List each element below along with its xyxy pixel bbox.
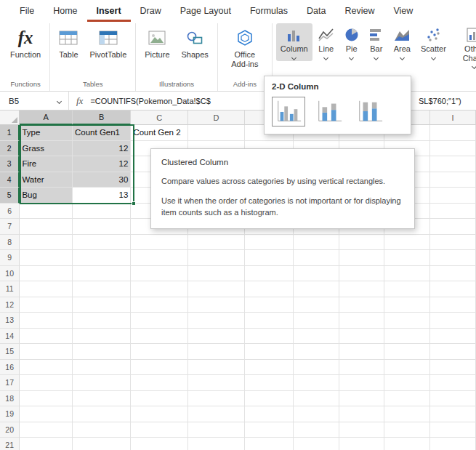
- tab-formulas[interactable]: Formulas: [241, 0, 297, 22]
- cell-I10[interactable]: [430, 266, 476, 282]
- cell-H9[interactable]: [384, 250, 430, 266]
- tab-review[interactable]: Review: [335, 0, 384, 22]
- cell-B21[interactable]: [73, 438, 131, 450]
- row-header-5[interactable]: 5: [0, 188, 20, 204]
- column-header-A[interactable]: A: [20, 111, 73, 125]
- row-header-8[interactable]: 8: [0, 235, 20, 251]
- cell-H18[interactable]: [384, 391, 430, 407]
- cell-F18[interactable]: [294, 391, 339, 407]
- cell-F20[interactable]: [294, 422, 339, 438]
- cell-G11[interactable]: [339, 281, 385, 297]
- row-header-11[interactable]: 11: [0, 281, 20, 297]
- cell-D13[interactable]: [188, 313, 245, 329]
- cell-B15[interactable]: [73, 344, 131, 360]
- row-header-20[interactable]: 20: [0, 422, 20, 438]
- cell-A13[interactable]: [20, 313, 73, 329]
- cell-D21[interactable]: [188, 438, 245, 450]
- cell-G13[interactable]: [339, 313, 385, 329]
- row-header-3[interactable]: 3: [0, 156, 20, 172]
- cell-I1[interactable]: [430, 125, 476, 141]
- tab-home[interactable]: Home: [44, 0, 86, 22]
- cell-H8[interactable]: [384, 235, 430, 251]
- cell-I8[interactable]: [430, 235, 476, 251]
- cell-D17[interactable]: [188, 375, 245, 391]
- row-header-19[interactable]: 19: [0, 406, 20, 422]
- cell-C19[interactable]: [131, 406, 187, 422]
- pie-chart-button[interactable]: Pie: [340, 23, 363, 61]
- name-box[interactable]: B5: [0, 92, 69, 110]
- cell-B13[interactable]: [73, 313, 131, 329]
- cell-G12[interactable]: [339, 297, 385, 313]
- row-header-2[interactable]: 2: [0, 141, 20, 157]
- cell-B6[interactable]: [73, 204, 131, 220]
- cell-G17[interactable]: [339, 375, 385, 391]
- cell-C10[interactable]: [131, 266, 187, 282]
- cell-A16[interactable]: [20, 360, 73, 376]
- cell-I13[interactable]: [430, 313, 476, 329]
- cell-I15[interactable]: [430, 344, 476, 360]
- other-charts-button[interactable]: Other Charts: [452, 23, 476, 70]
- column-header-D[interactable]: D: [188, 111, 245, 125]
- cell-I4[interactable]: [430, 172, 476, 188]
- cell-C1[interactable]: Count Gen 2: [131, 125, 187, 141]
- tab-file[interactable]: File: [10, 0, 44, 22]
- cell-C13[interactable]: [131, 313, 187, 329]
- row-header-13[interactable]: 13: [0, 313, 20, 329]
- cell-H15[interactable]: [384, 344, 430, 360]
- cell-A10[interactable]: [20, 266, 73, 282]
- cell-A17[interactable]: [20, 375, 73, 391]
- cell-A6[interactable]: [20, 204, 73, 220]
- cell-D11[interactable]: [188, 281, 245, 297]
- cell-A8[interactable]: [20, 235, 73, 251]
- column-header-I[interactable]: I: [430, 111, 476, 125]
- area-chart-button[interactable]: Area: [390, 23, 415, 61]
- cell-F17[interactable]: [294, 375, 339, 391]
- cell-B19[interactable]: [73, 406, 131, 422]
- cell-I12[interactable]: [430, 297, 476, 313]
- row-header-18[interactable]: 18: [0, 391, 20, 407]
- cell-E14[interactable]: [245, 329, 294, 345]
- row-header-14[interactable]: 14: [0, 329, 20, 345]
- tab-insert[interactable]: Insert: [87, 0, 131, 22]
- cell-F14[interactable]: [294, 329, 339, 345]
- cell-I3[interactable]: [430, 156, 476, 172]
- cell-A20[interactable]: [20, 422, 73, 438]
- cell-E21[interactable]: [245, 438, 294, 450]
- cell-B2[interactable]: 12: [73, 141, 131, 157]
- cell-G20[interactable]: [339, 422, 385, 438]
- picture-button[interactable]: Picture: [140, 23, 174, 61]
- cell-B9[interactable]: [73, 250, 131, 266]
- cell-A9[interactable]: [20, 250, 73, 266]
- cell-B3[interactable]: 12: [73, 156, 131, 172]
- cell-B12[interactable]: [73, 297, 131, 313]
- cell-C11[interactable]: [131, 281, 187, 297]
- cell-D14[interactable]: [188, 329, 245, 345]
- cell-I20[interactable]: [430, 422, 476, 438]
- cell-G21[interactable]: [339, 438, 385, 450]
- cell-B8[interactable]: [73, 235, 131, 251]
- cell-B10[interactable]: [73, 266, 131, 282]
- insert-function-fx-icon[interactable]: fx: [69, 95, 90, 107]
- cell-D12[interactable]: [188, 297, 245, 313]
- pivottable-button[interactable]: PivotTable: [85, 23, 132, 61]
- row-header-10[interactable]: 10: [0, 266, 20, 282]
- cell-B1[interactable]: Count Gen1: [73, 125, 131, 141]
- cell-F9[interactable]: [294, 250, 339, 266]
- cell-I5[interactable]: [430, 188, 476, 204]
- chart-option-stacked-column[interactable]: [312, 97, 346, 126]
- cell-A18[interactable]: [20, 391, 73, 407]
- office-addins-button[interactable]: Office Add-ins: [222, 23, 268, 70]
- cell-F21[interactable]: [294, 438, 339, 450]
- table-button[interactable]: Table: [54, 23, 83, 61]
- cell-E8[interactable]: [245, 235, 294, 251]
- line-chart-button[interactable]: Line: [314, 23, 339, 61]
- cell-H12[interactable]: [384, 297, 430, 313]
- tab-view[interactable]: View: [384, 0, 422, 22]
- bar-chart-button[interactable]: Bar: [365, 23, 388, 61]
- cell-A1[interactable]: Type: [20, 125, 73, 141]
- cell-C12[interactable]: [131, 297, 187, 313]
- cell-C17[interactable]: [131, 375, 187, 391]
- cell-I19[interactable]: [430, 406, 476, 422]
- cell-D8[interactable]: [188, 235, 245, 251]
- cell-D9[interactable]: [188, 250, 245, 266]
